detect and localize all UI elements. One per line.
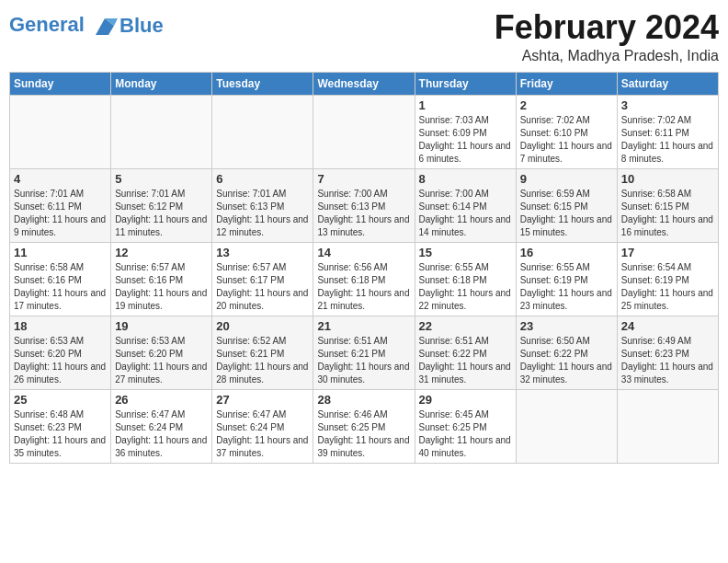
calendar-cell: 17Sunrise: 6:54 AM Sunset: 6:19 PM Dayli…: [617, 242, 718, 316]
logo-icon: [92, 13, 118, 39]
calendar-cell: 19Sunrise: 6:53 AM Sunset: 6:20 PM Dayli…: [111, 316, 212, 389]
calendar-cell: [10, 95, 111, 168]
day-info: Sunrise: 7:00 AM Sunset: 6:14 PM Dayligh…: [419, 188, 512, 239]
day-number: 24: [621, 319, 714, 333]
calendar-cell: [111, 95, 212, 168]
col-header-friday: Friday: [516, 72, 617, 95]
day-number: 16: [520, 246, 613, 259]
col-header-sunday: Sunday: [10, 72, 111, 95]
calendar-cell: 11Sunrise: 6:58 AM Sunset: 6:16 PM Dayli…: [10, 242, 111, 316]
calendar-cell: 24Sunrise: 6:49 AM Sunset: 6:23 PM Dayli…: [617, 316, 718, 389]
day-info: Sunrise: 6:51 AM Sunset: 6:21 PM Dayligh…: [317, 335, 410, 386]
calendar-cell: 14Sunrise: 6:56 AM Sunset: 6:18 PM Dayli…: [313, 242, 415, 316]
calendar-cell: 3Sunrise: 7:02 AM Sunset: 6:11 PM Daylig…: [617, 95, 718, 168]
day-info: Sunrise: 6:55 AM Sunset: 6:19 PM Dayligh…: [520, 261, 613, 313]
day-info: Sunrise: 6:50 AM Sunset: 6:22 PM Dayligh…: [520, 335, 613, 386]
day-number: 18: [14, 319, 107, 333]
day-number: 23: [520, 319, 613, 333]
day-number: 10: [621, 172, 714, 186]
calendar-cell: 16Sunrise: 6:55 AM Sunset: 6:19 PM Dayli…: [516, 242, 617, 316]
calendar-week-row: 18Sunrise: 6:53 AM Sunset: 6:20 PM Dayli…: [10, 316, 719, 389]
day-info: Sunrise: 6:57 AM Sunset: 6:17 PM Dayligh…: [216, 261, 309, 313]
day-info: Sunrise: 7:02 AM Sunset: 6:11 PM Dayligh…: [621, 114, 714, 166]
day-number: 29: [419, 393, 512, 407]
day-info: Sunrise: 6:47 AM Sunset: 6:24 PM Dayligh…: [115, 408, 208, 460]
day-info: Sunrise: 6:46 AM Sunset: 6:25 PM Dayligh…: [317, 408, 410, 460]
day-number: 20: [216, 319, 309, 333]
location: Ashta, Madhya Pradesh, India: [495, 48, 719, 64]
day-number: 4: [14, 172, 107, 186]
calendar-cell: 29Sunrise: 6:45 AM Sunset: 6:25 PM Dayli…: [415, 389, 516, 463]
calendar-cell: [212, 95, 313, 168]
calendar-cell: 5Sunrise: 7:01 AM Sunset: 6:12 PM Daylig…: [111, 168, 212, 242]
col-header-tuesday: Tuesday: [212, 72, 313, 95]
day-number: 3: [621, 98, 714, 112]
calendar-cell: 25Sunrise: 6:48 AM Sunset: 6:23 PM Dayli…: [10, 389, 111, 463]
day-info: Sunrise: 6:51 AM Sunset: 6:22 PM Dayligh…: [419, 335, 512, 386]
calendar-cell: 20Sunrise: 6:52 AM Sunset: 6:21 PM Dayli…: [212, 316, 313, 389]
day-number: 1: [419, 98, 512, 112]
logo-blue: Blue: [119, 15, 164, 37]
calendar-cell: 22Sunrise: 6:51 AM Sunset: 6:22 PM Dayli…: [415, 316, 516, 389]
col-header-saturday: Saturday: [617, 72, 718, 95]
day-info: Sunrise: 6:57 AM Sunset: 6:16 PM Dayligh…: [115, 261, 208, 313]
calendar-header-row: SundayMondayTuesdayWednesdayThursdayFrid…: [10, 72, 719, 95]
day-number: 15: [419, 246, 512, 259]
logo-general: General: [9, 13, 85, 36]
day-number: 7: [317, 172, 410, 186]
calendar-cell: 26Sunrise: 6:47 AM Sunset: 6:24 PM Dayli…: [111, 389, 212, 463]
day-info: Sunrise: 6:54 AM Sunset: 6:19 PM Dayligh…: [621, 261, 714, 313]
calendar-cell: 6Sunrise: 7:01 AM Sunset: 6:13 PM Daylig…: [212, 168, 313, 242]
calendar-cell: [516, 389, 617, 463]
day-number: 22: [419, 319, 512, 333]
day-info: Sunrise: 6:55 AM Sunset: 6:18 PM Dayligh…: [419, 261, 512, 313]
day-number: 2: [520, 98, 613, 112]
col-header-wednesday: Wednesday: [313, 72, 415, 95]
day-info: Sunrise: 6:58 AM Sunset: 6:15 PM Dayligh…: [621, 188, 714, 239]
calendar-cell: 23Sunrise: 6:50 AM Sunset: 6:22 PM Dayli…: [516, 316, 617, 389]
calendar-cell: 28Sunrise: 6:46 AM Sunset: 6:25 PM Dayli…: [313, 389, 415, 463]
day-number: 25: [14, 393, 107, 407]
title-block: February 2024 Ashta, Madhya Pradesh, Ind…: [495, 9, 719, 64]
calendar-cell: [313, 95, 415, 168]
day-number: 5: [115, 172, 208, 186]
calendar-table: SundayMondayTuesdayWednesdayThursdayFrid…: [9, 72, 719, 464]
calendar-cell: 2Sunrise: 7:02 AM Sunset: 6:10 PM Daylig…: [516, 95, 617, 168]
day-info: Sunrise: 6:47 AM Sunset: 6:24 PM Dayligh…: [216, 408, 309, 460]
calendar-week-row: 11Sunrise: 6:58 AM Sunset: 6:16 PM Dayli…: [10, 242, 719, 316]
month-year: February 2024: [495, 9, 719, 46]
day-info: Sunrise: 6:56 AM Sunset: 6:18 PM Dayligh…: [317, 261, 410, 313]
calendar-cell: 10Sunrise: 6:58 AM Sunset: 6:15 PM Dayli…: [617, 168, 718, 242]
day-info: Sunrise: 6:58 AM Sunset: 6:16 PM Dayligh…: [14, 261, 107, 313]
day-info: Sunrise: 7:01 AM Sunset: 6:12 PM Dayligh…: [115, 188, 208, 239]
col-header-monday: Monday: [111, 72, 212, 95]
day-info: Sunrise: 6:45 AM Sunset: 6:25 PM Dayligh…: [419, 408, 512, 460]
calendar-cell: 13Sunrise: 6:57 AM Sunset: 6:17 PM Dayli…: [212, 242, 313, 316]
calendar-week-row: 4Sunrise: 7:01 AM Sunset: 6:11 PM Daylig…: [10, 168, 719, 242]
day-info: Sunrise: 7:01 AM Sunset: 6:13 PM Dayligh…: [216, 188, 309, 239]
calendar-cell: 1Sunrise: 7:03 AM Sunset: 6:09 PM Daylig…: [415, 95, 516, 168]
day-info: Sunrise: 6:49 AM Sunset: 6:23 PM Dayligh…: [621, 335, 714, 386]
day-number: 17: [621, 246, 714, 259]
col-header-thursday: Thursday: [415, 72, 516, 95]
day-number: 12: [115, 246, 208, 259]
day-info: Sunrise: 7:03 AM Sunset: 6:09 PM Dayligh…: [419, 114, 512, 166]
logo-text: General: [9, 13, 118, 39]
calendar-cell: 7Sunrise: 7:00 AM Sunset: 6:13 PM Daylig…: [313, 168, 415, 242]
calendar-cell: 15Sunrise: 6:55 AM Sunset: 6:18 PM Dayli…: [415, 242, 516, 316]
day-number: 14: [317, 246, 410, 259]
calendar-cell: 4Sunrise: 7:01 AM Sunset: 6:11 PM Daylig…: [10, 168, 111, 242]
calendar-cell: [617, 389, 718, 463]
logo: General Blue: [9, 13, 164, 39]
day-info: Sunrise: 7:00 AM Sunset: 6:13 PM Dayligh…: [317, 188, 410, 239]
calendar-cell: 27Sunrise: 6:47 AM Sunset: 6:24 PM Dayli…: [212, 389, 313, 463]
day-number: 26: [115, 393, 208, 407]
day-number: 28: [317, 393, 410, 407]
header: General Blue February 2024 Ashta, Madhya…: [9, 9, 719, 64]
calendar-cell: 9Sunrise: 6:59 AM Sunset: 6:15 PM Daylig…: [516, 168, 617, 242]
day-info: Sunrise: 7:01 AM Sunset: 6:11 PM Dayligh…: [14, 188, 107, 239]
calendar-cell: 21Sunrise: 6:51 AM Sunset: 6:21 PM Dayli…: [313, 316, 415, 389]
day-number: 27: [216, 393, 309, 407]
day-number: 11: [14, 246, 107, 259]
day-number: 13: [216, 246, 309, 259]
